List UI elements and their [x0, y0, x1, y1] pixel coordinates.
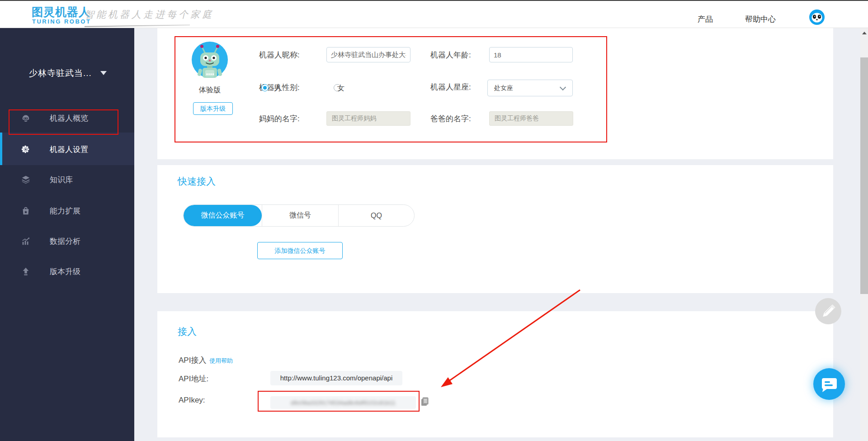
- scrollbar-thumb[interactable]: [860, 57, 868, 294]
- tab-wechat-official[interactable]: 微信公众账号: [184, 205, 262, 226]
- tab-label: 微信公众账号: [201, 211, 245, 220]
- sidebar-item-label: 机器人设置: [50, 144, 88, 155]
- father-name-input: [489, 111, 573, 126]
- annotation-box-sidebar: [9, 109, 118, 135]
- chart-icon: [21, 236, 31, 246]
- add-wechat-official-button[interactable]: 添加微信公众账号: [257, 242, 343, 259]
- sidebar-item-label: 数据分析: [50, 236, 80, 247]
- sidebar: [0, 28, 134, 441]
- channel-tabs: 微信公众账号 微信号 QQ: [183, 204, 415, 227]
- gender-female-option[interactable]: 女: [337, 84, 344, 93]
- sidebar-item-robot-settings[interactable]: 机器人设置: [0, 144, 134, 155]
- sidebar-item-version-upgrade[interactable]: 版本升级: [0, 266, 134, 277]
- nickname-input[interactable]: [326, 47, 410, 62]
- sidebar-item-data-analysis[interactable]: 数据分析: [0, 236, 134, 247]
- zodiac-label: 机器人星座:: [430, 82, 471, 92]
- window-top-edge: [0, 0, 868, 1]
- zodiac-select[interactable]: 处女座: [487, 80, 573, 96]
- apikey-label: APIkey:: [179, 396, 205, 405]
- tab-label: 微信号: [289, 211, 311, 220]
- brand-tagline: 智能机器人走进每个家庭: [85, 8, 214, 21]
- app-window: 图灵机器人 TURING ROBOT 智能机器人走进每个家庭 产品 帮助中心 少…: [0, 0, 868, 441]
- chevron-down-icon: [560, 84, 566, 90]
- edit-fab[interactable]: [815, 298, 841, 324]
- usage-help-link[interactable]: 使用帮助: [209, 357, 233, 365]
- tab-wechat[interactable]: 微信号: [262, 205, 338, 226]
- robot-selector[interactable]: 少林寺驻武当...: [29, 67, 92, 79]
- brand-logo-en: TURING ROBOT: [32, 18, 91, 25]
- chevron-down-icon[interactable]: [100, 71, 107, 75]
- access-title: 接入: [178, 325, 197, 338]
- quick-access-title: 快速接入: [178, 175, 216, 188]
- tab-qq[interactable]: QQ: [338, 205, 414, 226]
- sidebar-item-knowledge-base[interactable]: 知识库: [0, 175, 134, 185]
- gender-male-option[interactable]: 男: [274, 84, 281, 93]
- chat-bubble-icon: [813, 368, 845, 400]
- version-badge: 体验版: [192, 85, 228, 95]
- nav-products[interactable]: 产品: [698, 14, 713, 24]
- quick-access-card: [157, 165, 833, 293]
- bag-icon: [21, 206, 31, 216]
- sidebar-item-skill-extension[interactable]: 能力扩展: [0, 206, 134, 217]
- sidebar-item-label: 版本升级: [50, 266, 80, 277]
- user-avatar[interactable]: [809, 9, 825, 25]
- nickname-label: 机器人昵称:: [259, 50, 300, 60]
- chat-fab[interactable]: [813, 368, 845, 400]
- layers-icon: [21, 175, 31, 185]
- apikey-masked-text: d9c08a3329174534ad8c6df9102c81b11: [291, 399, 396, 406]
- gender-male-radio[interactable]: [261, 84, 269, 91]
- age-label: 机器人年龄:: [430, 50, 471, 60]
- api-address-label: API地址:: [179, 374, 208, 384]
- api-access-label: API接入: [179, 355, 206, 365]
- sidebar-item-label: 知识库: [50, 175, 73, 185]
- version-upgrade-button[interactable]: 版本升级: [193, 102, 233, 115]
- access-card: [157, 311, 833, 437]
- father-name-label: 爸爸的名字:: [430, 114, 471, 124]
- mother-name-label: 妈妈的名字:: [259, 114, 300, 124]
- upgrade-icon: [21, 266, 31, 276]
- brand-logo[interactable]: 图灵机器人: [32, 5, 90, 19]
- apikey-value: d9c08a3329174534ad8c6df9102c81b11: [270, 396, 416, 409]
- scrollbar-up-arrow[interactable]: [862, 32, 867, 34]
- age-input[interactable]: [489, 47, 573, 62]
- sidebar-item-label: 能力扩展: [50, 206, 80, 216]
- zodiac-selected-value: 处女座: [494, 84, 513, 92]
- pencil-icon: [815, 298, 841, 324]
- gear-icon: [21, 144, 31, 154]
- tab-label: QQ: [371, 212, 382, 220]
- nav-help-center[interactable]: 帮助中心: [745, 14, 776, 24]
- robot-avatar[interactable]: [192, 42, 228, 78]
- api-address-value: http://www.tuling123.com/openapi/api: [270, 371, 402, 385]
- copy-icon[interactable]: [421, 397, 429, 407]
- mother-name-input: [326, 111, 410, 126]
